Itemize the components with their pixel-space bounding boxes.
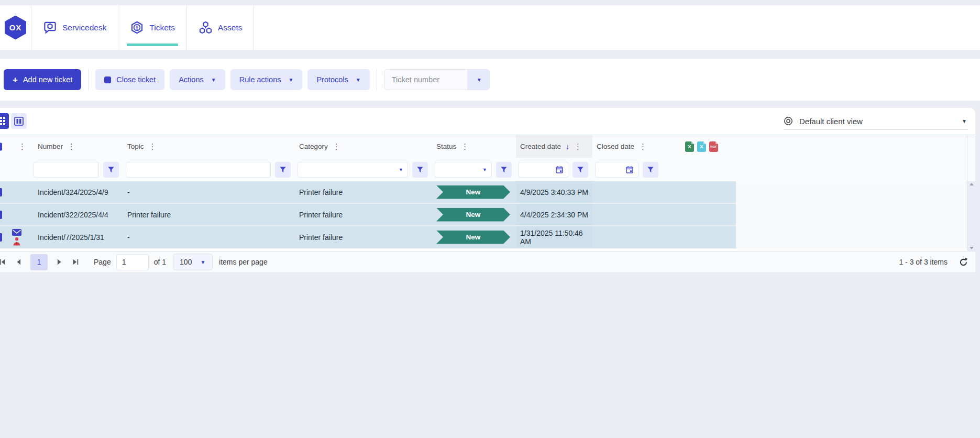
status-filter-button[interactable] <box>496 162 512 178</box>
export-buttons: X X PDF <box>685 141 732 152</box>
cell-topic[interactable]: - <box>123 181 295 204</box>
section-gap <box>0 50 980 59</box>
cell-category[interactable]: Printer failure <box>295 181 432 204</box>
actions-dropdown-button[interactable]: Actions ▼ <box>170 69 225 90</box>
refresh-button[interactable] <box>959 258 968 267</box>
current-page-button[interactable]: 1 <box>30 254 48 270</box>
next-page-button[interactable] <box>54 257 64 267</box>
column-menu-icon[interactable]: ⋮ <box>18 143 26 150</box>
closed-date-filter-input[interactable] <box>595 162 638 178</box>
status-filter-select[interactable]: ▼ <box>435 162 492 178</box>
protocols-dropdown-button[interactable]: Protocols ▼ <box>307 69 369 90</box>
cell-topic[interactable]: Printer failure <box>123 204 295 226</box>
row-checkbox[interactable] <box>0 226 3 249</box>
sort-descending-icon[interactable]: ↓ <box>566 143 569 151</box>
column-header-category[interactable]: Category ⋮ <box>295 135 432 158</box>
funnel-icon <box>577 166 584 173</box>
column-header-topic[interactable]: Topic ⋮ <box>123 135 295 158</box>
column-menu-icon[interactable]: ⋮ <box>461 143 469 150</box>
column-header-closed-date[interactable]: Closed date ⋮ X X PDF <box>592 135 736 158</box>
nav-item-assets[interactable]: Assets <box>187 5 255 50</box>
number-filter-input[interactable] <box>33 162 99 178</box>
column-header-number[interactable]: Number ⋮ <box>30 135 123 158</box>
add-new-ticket-label: Add new ticket <box>23 75 72 84</box>
cell-number[interactable]: Incident/7/2025/1/31 <box>30 226 123 249</box>
select-all-checkbox[interactable] <box>0 135 8 158</box>
top-strip <box>0 0 980 5</box>
category-filter-button[interactable] <box>412 162 428 178</box>
page-count-label: of 1 <box>154 258 166 266</box>
created-date-filter-input[interactable] <box>519 162 568 178</box>
category-filter-select[interactable]: ▼ <box>298 162 408 178</box>
page-size-value: 100 <box>180 258 192 266</box>
column-header-status[interactable]: Status ⋮ <box>432 135 516 158</box>
app-logo[interactable]: OX <box>0 5 31 50</box>
export-excel-button[interactable]: X <box>685 141 694 152</box>
cell-closed-date[interactable] <box>592 204 736 226</box>
column-title: Status <box>436 143 456 150</box>
row-filler <box>736 204 975 226</box>
close-ticket-button[interactable]: Close ticket <box>95 69 164 90</box>
header-filler <box>736 135 975 158</box>
scroll-down-icon[interactable] <box>970 247 974 249</box>
ticket-number-dropdown-button[interactable]: ▼ <box>467 70 489 90</box>
previous-page-button[interactable] <box>14 257 24 267</box>
person-icon <box>13 237 21 246</box>
nav-item-servicedesk[interactable]: Servicedesk <box>31 5 118 50</box>
tickets-grid-card: Default client view ▼ ⋮ Number ⋮ Topic ⋮… <box>0 108 975 273</box>
column-menu-icon[interactable]: ⋮ <box>149 143 157 150</box>
topic-filter-input[interactable] <box>126 162 271 178</box>
cell-created-date[interactable]: 4/9/2025 3:40:33 PM <box>516 181 592 204</box>
topic-filter-button[interactable] <box>275 162 291 178</box>
cell-closed-date[interactable] <box>592 181 736 204</box>
active-tab-underline <box>127 43 178 46</box>
cell-created-date[interactable]: 4/4/2025 2:34:30 PM <box>516 204 592 226</box>
cell-status[interactable]: New <box>432 204 516 226</box>
cell-category[interactable]: Printer failure <box>295 204 432 226</box>
columns-view-toggle-button[interactable] <box>11 113 27 129</box>
nav-item-label: Servicedesk <box>62 23 106 32</box>
column-title: Closed date <box>597 143 634 150</box>
cell-status[interactable]: New <box>432 226 516 249</box>
column-menu-icon[interactable]: ⋮ <box>68 143 75 150</box>
cell-category[interactable]: Printer failure <box>295 226 432 249</box>
row-checkbox[interactable] <box>0 204 3 226</box>
funnel-icon <box>107 166 115 173</box>
status-badge: New <box>436 185 510 199</box>
export-csv-button[interactable]: X <box>697 141 706 152</box>
close-ticket-label: Close ticket <box>116 75 156 84</box>
toolbar-divider <box>88 69 89 91</box>
vertical-scrollbar[interactable] <box>967 181 975 251</box>
cell-number[interactable]: Incident/324/2025/4/9 <box>30 181 123 204</box>
created-date-filter-button[interactable] <box>572 162 588 178</box>
nav-item-tickets[interactable]: Tickets <box>118 5 187 50</box>
add-new-ticket-button[interactable]: + Add new ticket <box>4 69 81 90</box>
page-number-input[interactable] <box>116 254 149 270</box>
scroll-up-icon[interactable] <box>970 183 974 185</box>
closed-date-filter-button[interactable] <box>643 162 658 178</box>
cell-closed-date[interactable] <box>592 226 736 249</box>
rule-actions-dropdown-button[interactable]: Rule actions ▼ <box>230 69 303 90</box>
cell-topic[interactable]: - <box>123 226 295 249</box>
cell-number[interactable]: Incident/322/2025/4/4 <box>30 204 123 226</box>
grid-view-bar: Default client view ▼ <box>0 108 975 135</box>
chevron-down-icon: ▼ <box>962 118 968 124</box>
page-size-select[interactable]: 100 ▼ <box>173 254 213 270</box>
refresh-icon <box>959 258 968 267</box>
row-checkbox[interactable] <box>0 181 3 204</box>
column-menu-icon[interactable]: ⋮ <box>574 143 582 150</box>
cell-status[interactable]: New <box>432 181 516 204</box>
last-page-button[interactable] <box>71 257 80 267</box>
ticket-number-input[interactable] <box>384 70 467 90</box>
column-header-created-date[interactable]: Created date ↓ ⋮ <box>516 135 592 158</box>
cell-created-date[interactable]: 1/31/2025 11:50:46 AM <box>516 226 592 249</box>
funnel-icon <box>500 166 508 173</box>
column-menu-icon[interactable]: ⋮ <box>333 143 340 150</box>
column-menu-icon[interactable]: ⋮ <box>639 143 647 150</box>
number-filter-button[interactable] <box>103 162 119 178</box>
export-pdf-button[interactable]: PDF <box>709 141 718 152</box>
grid-view-toggle-button[interactable] <box>0 113 9 129</box>
first-page-button[interactable] <box>0 257 7 267</box>
items-range-label: 1 - 3 of 3 items <box>899 258 948 266</box>
grid-view-selector[interactable]: Default client view ▼ <box>784 113 968 130</box>
